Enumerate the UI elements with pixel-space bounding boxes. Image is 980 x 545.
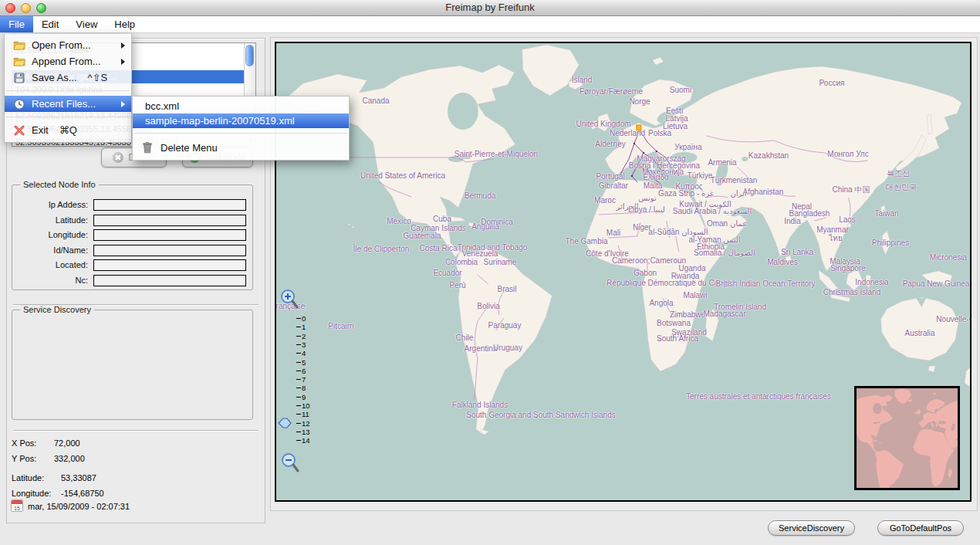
tick-dash (296, 362, 301, 363)
zoom-tick-11[interactable]: 11 (296, 410, 309, 418)
zoom-tick-10[interactable]: 10 (296, 401, 310, 410)
tick-dash (296, 423, 301, 424)
submenu-arrow-icon (121, 59, 125, 65)
zoom-tick-9[interactable]: 9 (296, 393, 306, 401)
separator (13, 430, 259, 432)
menubar-item-view[interactable]: View (67, 16, 106, 32)
tick-dash (296, 397, 301, 398)
zoom-in-button[interactable] (279, 288, 299, 314)
field-label: Ip Addess: (12, 199, 88, 211)
field-input-id-name[interactable] (93, 245, 246, 256)
longitude-row: Longitude: -154,68750 (12, 488, 51, 499)
service-discovery-title: Service Discovery (20, 305, 94, 315)
servicediscovery-button[interactable]: ServiceDiscovery (768, 520, 855, 536)
zoom-tick-2[interactable]: 2 (296, 332, 306, 340)
trash-icon (140, 140, 154, 154)
menubar-item-edit[interactable]: Edit (33, 16, 67, 32)
file-menu-item-save-as[interactable]: Save As...^⇧S (5, 69, 131, 86)
latitude-row: Latitude: 53,33087 (12, 472, 44, 483)
recent-files-submenu: bcc.xmlsample-map-berlin-20070519.xmlDel… (132, 96, 350, 161)
file-menu-item-exit[interactable]: Exit⌘Q (5, 122, 131, 138)
map-canvas[interactable]: CanadaUnited States of AmericaMéxicoCuba… (275, 42, 972, 502)
file-menu: Open From...Append From...Save As...^⇧SR… (4, 34, 132, 143)
submenu-item-delete-menu[interactable]: Delete Menu (133, 138, 349, 157)
tick-dash (296, 388, 301, 388)
zoom-tick-14[interactable]: 14 (296, 436, 310, 445)
menu-item-label: Exit (32, 124, 49, 136)
zoom-tick-8[interactable]: 8 (296, 384, 306, 392)
field-input-nc[interactable] (93, 275, 246, 286)
latitude-label: Latitude: (12, 473, 44, 482)
longitude-label: Longitude: (12, 489, 51, 498)
submenu-arrow-icon (121, 101, 125, 107)
tick-dash (296, 379, 301, 380)
scrollbar-thumb[interactable] (245, 45, 254, 66)
latitude-value: 53,33087 (61, 472, 96, 483)
tick-dash (296, 414, 301, 415)
field-input-located[interactable] (93, 259, 246, 271)
window-title: Freimap by Freifunk (0, 0, 980, 15)
menu-item-label: Save As... (32, 72, 77, 83)
menu-shortcut: ⌘Q (59, 124, 77, 136)
zoom-tick-4[interactable]: 4 (296, 349, 306, 357)
zoom-tick-5[interactable]: 5 (296, 358, 306, 367)
field-label: Latitude: (12, 215, 88, 226)
berlin-marker (637, 125, 641, 130)
field-label: Id/Name: (12, 245, 88, 256)
zoom-tick-0[interactable]: 0 (296, 314, 306, 323)
menu-shortcut: ^⇧S (88, 72, 108, 83)
titlebar: Freimap by Freifunk (0, 0, 980, 16)
menu-item-label: Recent Files... (32, 98, 96, 110)
x-pos-label: X Pos: (12, 438, 36, 448)
file-menu-item-append-from[interactable]: Append From... (5, 53, 131, 69)
longitude-value: -154,68750 (61, 488, 104, 499)
tick-dash (296, 371, 301, 371)
zoom-tick-12[interactable]: 12 (296, 419, 310, 428)
clock-icon (13, 98, 26, 110)
zoom-tick-3[interactable]: 3 (296, 340, 306, 349)
folder-icon (13, 56, 26, 68)
floppy-icon (13, 72, 26, 84)
submenu-item-sample-map-berlin-20070519-xml[interactable]: sample-map-berlin-20070519.xml (133, 113, 349, 128)
datetime-row: mar, 15/09/2009 - 02:07:31 (28, 501, 130, 512)
file-menu-item-recent-files[interactable]: Recent Files... (5, 96, 131, 112)
zoom-tick-7[interactable]: 7 (296, 375, 306, 384)
delete-circle-icon (113, 152, 123, 163)
x-pos-value: 72,000 (54, 438, 80, 449)
tick-dash (296, 344, 301, 345)
zoom-out-button[interactable] (280, 452, 300, 478)
menu-item-label: Open From... (32, 39, 91, 51)
tick-dash (296, 405, 301, 406)
submenu-item-label: Delete Menu (161, 140, 218, 155)
tick-dash (296, 353, 301, 354)
zoom-tick-6[interactable]: 6 (296, 367, 306, 375)
field-input-ip-addess[interactable] (93, 199, 246, 211)
tick-dash (296, 327, 301, 327)
zoom-tick-13[interactable]: 13 (296, 428, 310, 436)
file-menu-item-open-from[interactable]: Open From... (5, 37, 131, 53)
submenu-item-label: sample-map-berlin-20070519.xml (145, 113, 295, 128)
zoom-tick-1[interactable]: 1 (296, 323, 306, 331)
y-pos-row: Y Pos: 332,000 (12, 453, 36, 464)
folder-icon (13, 39, 26, 52)
tick-dash (296, 318, 301, 319)
selected-node-info-title: Selected Node Info (20, 180, 99, 190)
tick-dash (296, 440, 301, 441)
menubar-item-file[interactable]: File (0, 16, 33, 32)
field-label: Nc: (12, 275, 88, 286)
minimap-overview[interactable] (854, 386, 960, 490)
field-label: Longitude: (12, 229, 88, 241)
gotodefaultpos-button[interactable]: GoToDefaultPos (877, 520, 964, 536)
submenu-item-bcc-xml[interactable]: bcc.xml (133, 99, 349, 113)
zoom-level-pointer[interactable] (278, 418, 292, 432)
y-pos-value: 332,000 (54, 453, 85, 464)
menubar: FileEditViewHelp (0, 16, 980, 33)
x-pos-row: X Pos: 72,000 (12, 438, 36, 449)
menu-item-label: Append From... (32, 56, 101, 67)
field-input-longitude[interactable] (93, 229, 246, 241)
field-input-latitude[interactable] (93, 215, 246, 226)
menubar-item-help[interactable]: Help (106, 16, 144, 32)
y-pos-label: Y Pos: (12, 454, 36, 463)
calendar-icon (11, 499, 23, 512)
datetime-text: mar, 15/09/2009 - 02:07:31 (28, 502, 130, 511)
